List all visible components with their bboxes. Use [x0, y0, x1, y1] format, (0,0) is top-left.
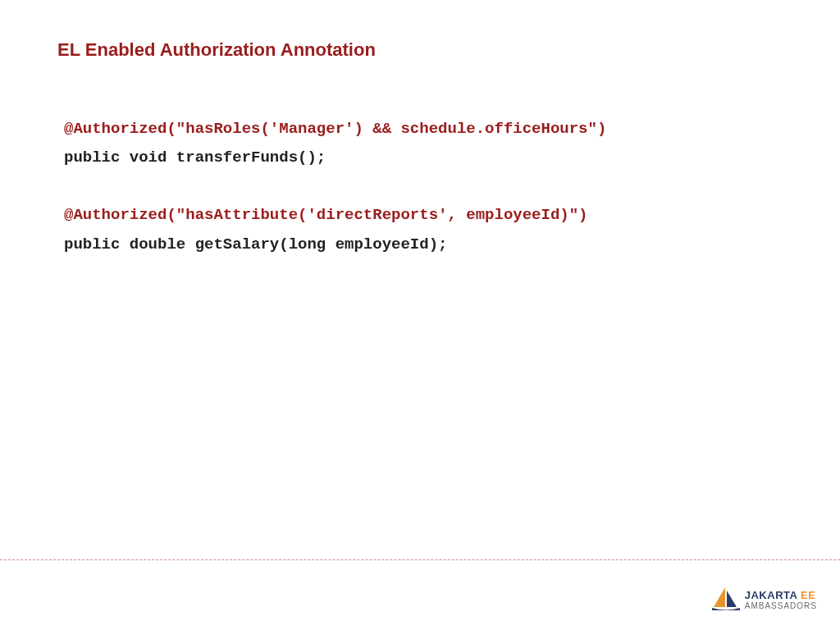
slide: EL Enabled Authorization Annotation @Aut… — [0, 0, 840, 630]
logo-brand-line: JAKARTA EE — [745, 590, 817, 600]
jakarta-ee-logo: JAKARTA EE AMBASSADORS — [712, 586, 817, 614]
code-signature-1: public void transferFunds(); — [64, 148, 326, 167]
code-annotation-2: @Authorized("hasAttribute('directReports… — [64, 206, 588, 224]
logo-text: JAKARTA EE AMBASSADORS — [745, 590, 817, 610]
logo-subtitle: AMBASSADORS — [745, 602, 817, 610]
slide-title: EL Enabled Authorization Annotation — [57, 39, 376, 61]
logo-suffix: EE — [801, 589, 815, 601]
footer-divider — [0, 559, 840, 560]
code-signature-2: public double getSalary(long employeeId)… — [64, 235, 447, 253]
code-annotation-1: @Authorized("hasRoles('Manager') && sche… — [64, 120, 606, 138]
logo-brand: JAKARTA — [745, 589, 797, 601]
code-block: @Authorized("hasRoles('Manager') && sche… — [64, 115, 606, 259]
sail-icon — [712, 586, 740, 614]
